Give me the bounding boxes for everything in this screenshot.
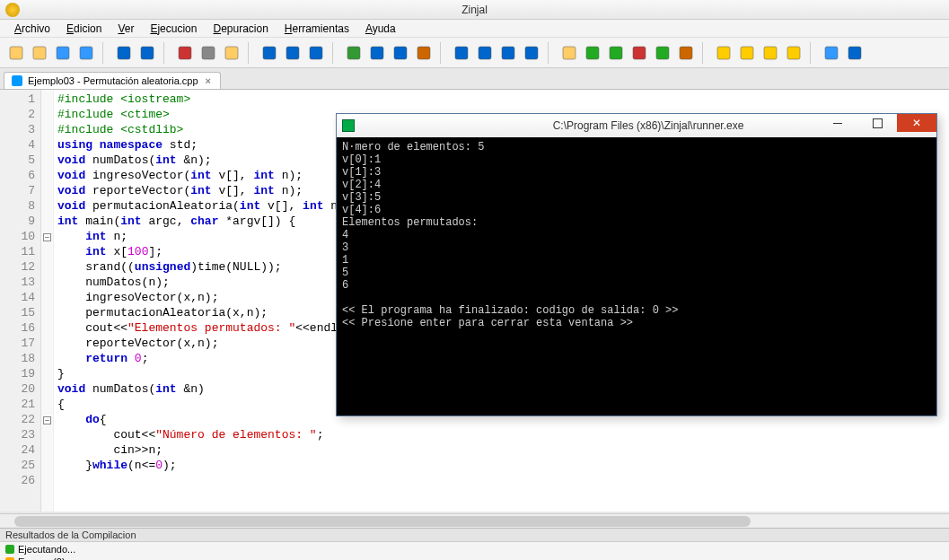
menubar: ArchivoEdicionVerEjecucionDepuracionHerr… [0,20,949,38]
fold-marker[interactable]: − [41,229,53,244]
maximize-button[interactable] [857,114,897,132]
paste-button[interactable] [221,42,242,64]
save-button[interactable] [52,42,74,64]
code-line[interactable]: cin>>n; [57,442,949,458]
find-button[interactable] [259,42,280,64]
copy-button[interactable] [198,42,219,64]
cut-button[interactable] [174,42,196,64]
line-number: 12 [0,259,35,275]
save-all-button[interactable] [75,42,97,64]
compile-button[interactable] [558,42,580,64]
line-number: 11 [0,244,35,259]
line-number: 6 [0,168,35,183]
line-number: 2 [0,107,35,122]
code-line[interactable]: }while(n<=0); [57,458,949,473]
console-output[interactable]: N·mero de elementos: 5 v[0]:1 v[1]:3 v[2… [337,137,936,416]
fold-marker [41,397,53,412]
tool-mail-button[interactable] [783,42,804,64]
menu-ver[interactable]: Ver [110,21,141,37]
console-window[interactable]: C:\Program Files (x86)\Zinjal\runner.exe… [336,113,937,416]
svg-rect-15 [417,47,430,59]
indent-right-button[interactable] [390,42,411,64]
horizontal-scrollbar[interactable] [0,513,949,528]
menu-archivo[interactable]: Archivo [7,21,57,37]
find-prev-button[interactable] [282,42,303,64]
redo-button[interactable] [136,42,158,64]
errors-label: Errores (0) [18,556,66,560]
svg-rect-19 [525,47,538,59]
code-line[interactable]: #include <iostream> [57,92,949,107]
indent-left-button[interactable] [366,42,388,64]
line-number: 14 [0,290,35,305]
fold-marker [41,92,53,107]
new-file-button[interactable] [5,42,27,64]
toolbar-separator [440,42,445,64]
svg-rect-25 [680,47,692,59]
line-number: 26 [0,473,35,488]
bookmark-next-button[interactable] [497,42,519,64]
fold-column[interactable]: −− [41,90,54,512]
preproc-button[interactable] [413,42,435,64]
fold-marker [41,336,53,351]
menu-ayuda[interactable]: Ayuda [358,21,403,37]
running-item[interactable]: Ejecutando... [5,543,944,556]
menu-herramientas[interactable]: Herramientas [277,21,356,37]
tab-bar: Ejemplo03 - Permutación aleatoria.cpp × [0,68,949,90]
menu-edicion[interactable]: Edicion [59,21,109,37]
find-next-button[interactable] [305,42,327,64]
toolbar-separator [163,42,169,64]
running-icon [5,545,14,554]
svg-rect-9 [263,47,276,59]
errors-item[interactable]: Errores (0) [5,556,944,560]
step-button[interactable] [652,42,673,64]
fold-marker[interactable]: − [41,412,53,427]
bookmark-list-button[interactable] [451,42,472,64]
tab-close-button[interactable]: × [204,75,213,86]
fold-marker [41,473,53,488]
close-button[interactable]: ✕ [897,114,936,132]
zoom-button[interactable] [844,42,866,64]
toolbar-separator [810,42,815,64]
line-number-gutter: 1234567891011121314151617181920212223242… [0,90,41,512]
line-number: 3 [0,122,35,137]
tool-a-button[interactable] [713,42,734,64]
svg-rect-11 [310,47,322,59]
menu-ejecucion[interactable]: Ejecucion [143,21,204,37]
tool-b-button[interactable] [736,42,758,64]
running-label: Ejecutando... [18,544,75,555]
scrollbar-thumb[interactable] [14,516,751,527]
fold-marker [41,381,53,397]
tool-c-button[interactable] [760,42,781,64]
app-icon [5,3,20,17]
minimize-button[interactable] [818,114,857,132]
fold-marker [41,137,53,153]
undo-button[interactable] [113,42,135,64]
breakpoint-button[interactable] [675,42,697,64]
fold-marker [41,305,53,320]
fold-marker [41,168,53,183]
line-number: 9 [0,214,35,229]
line-number: 24 [0,442,35,458]
help-button[interactable] [821,42,842,64]
run-button[interactable] [582,42,603,64]
toolbar-separator [548,42,553,64]
bookmark-clear-button[interactable] [521,42,542,64]
fold-marker [41,275,53,290]
open-folder-button[interactable] [29,42,50,64]
line-number: 13 [0,275,35,290]
debug-button[interactable] [605,42,627,64]
line-number: 22 [0,412,35,427]
line-number: 10 [0,229,35,244]
svg-rect-17 [479,47,491,59]
svg-rect-10 [286,47,299,59]
code-line[interactable]: cout<<"Número de elementos: "; [57,427,949,442]
toggle-comment-button[interactable] [343,42,365,64]
svg-rect-12 [347,47,360,59]
file-tab[interactable]: Ejemplo03 - Permutación aleatoria.cpp × [4,72,221,89]
svg-rect-22 [610,47,622,59]
line-number: 16 [0,320,35,336]
bookmark-prev-button[interactable] [474,42,496,64]
menu-depuracion[interactable]: Depuracion [206,21,275,37]
stop-button[interactable] [628,42,650,64]
console-titlebar[interactable]: C:\Program Files (x86)\Zinjal\runner.exe… [337,114,936,137]
